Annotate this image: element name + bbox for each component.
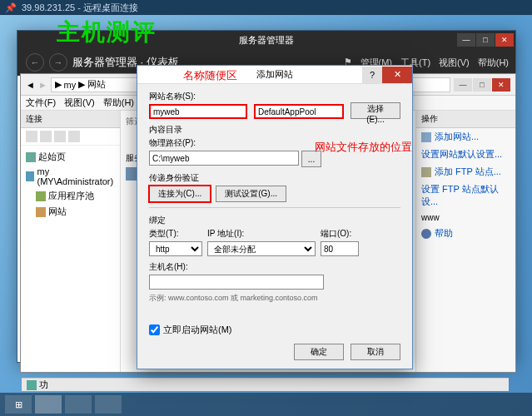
binding-header: 绑定 [149,215,400,226]
menu-view[interactable]: 视图(V) [439,57,470,69]
status-icon [27,380,37,390]
rdp-titlebar: 📌 39.98.231.25 - 远程桌面连接 [0,0,532,15]
add-website-dialog: 添加网站 ? ✕ 网站名称(S): 选择(E)... 内容目录 物理路径(P):… [137,65,413,369]
menu-view[interactable]: 视图(V) [64,97,95,109]
globe-icon [421,132,431,142]
physical-path-input[interactable] [149,151,299,166]
example-text: 示例: www.contoso.com 或 marketing.contoso.… [149,293,400,304]
tb-icon[interactable] [26,131,37,142]
hostname-input[interactable] [149,275,324,290]
type-label: 类型(T): [149,228,202,240]
close-button[interactable]: ✕ [495,33,514,47]
site-name-input[interactable] [149,104,247,119]
nav-back-icon[interactable]: ◄ [26,80,35,90]
type-select[interactable]: http [149,241,202,256]
pool-icon [36,191,46,201]
menu-help[interactable]: 帮助(H) [103,97,134,109]
browse-button[interactable]: ... [301,151,321,167]
cancel-button[interactable]: 取消 [351,344,400,360]
folder-icon [36,207,46,217]
nav-fwd-icon[interactable]: ► [38,80,47,90]
www-text: www [416,210,515,225]
start-immediately-label: 立即启动网站(M) [163,324,232,336]
tree-apppools[interactable]: 应用程序池 [24,188,117,204]
help-icon [421,229,431,239]
action-set-default[interactable]: 设置网站默认设置... [416,146,515,163]
content-dir-label: 内容目录 [149,124,400,136]
ftp-icon [421,167,431,177]
action-add-ftp[interactable]: 添加 FTP 站点... [416,163,515,181]
app-pool-field [254,104,344,119]
site-name-label: 网站名称(S): [149,91,249,102]
taskbar-item[interactable] [95,395,122,414]
connections-header: 连接 [21,111,120,128]
port-label: 端口(O): [321,228,359,240]
tb-icon[interactable] [54,131,66,142]
home-icon [26,152,36,162]
minimize-button[interactable]: — [457,33,475,47]
actions-header: 操作 [416,111,515,128]
connect-as-button[interactable]: 连接为(C)... [149,186,211,202]
ok-button[interactable]: 确定 [294,344,344,360]
ip-select[interactable]: 全部未分配 [207,241,316,256]
connections-toolbar [21,128,120,146]
sm-title: 服务器管理器 [239,34,294,47]
minimize-button[interactable]: — [454,78,472,92]
menu-help[interactable]: 帮助(H) [478,57,509,69]
host-label: 主机名(H): [149,261,400,273]
status-text: 功 [39,379,48,391]
nav-back-icon[interactable]: ← [26,53,44,72]
taskbar-item[interactable] [65,395,92,414]
dialog-titlebar: 添加网站 ? ✕ [137,66,412,84]
tree-start-page[interactable]: 起始页 [24,149,117,165]
maximize-button[interactable]: □ [476,33,495,47]
tree-server[interactable]: my (MY\Administrator) [24,165,117,188]
tb-icon[interactable] [40,131,52,142]
help-button[interactable]: ? [362,67,382,83]
phys-path-label: 物理路径(P): [149,137,400,149]
pin-icon: 📌 [5,2,17,13]
server-icon [26,171,34,181]
tree-sites[interactable]: 网站 [24,204,117,220]
rdp-title: 39.98.231.25 - 远程桌面连接 [22,2,138,14]
taskbar-item[interactable] [35,395,62,414]
close-button[interactable]: ✕ [382,67,412,83]
statusbar: 功 [22,378,509,391]
dialog-title: 添加网站 [256,68,293,81]
taskbar: ⊞ [0,393,532,416]
select-pool-button[interactable]: 选择(E)... [351,102,400,119]
action-add-website[interactable]: 添加网站... [416,128,515,146]
test-settings-button[interactable]: 测试设置(G)... [216,186,286,202]
close-button[interactable]: ✕ [492,78,510,92]
start-immediately-checkbox[interactable] [149,324,160,335]
connections-panel: 连接 起始页 my (MY\Administrator) 应用程序池 网站 [21,111,121,372]
nav-fwd-icon[interactable]: → [49,53,67,72]
sm-titlebar: 服务器管理器 — □ ✕ [17,31,515,49]
port-input[interactable] [321,241,359,256]
maximize-button[interactable]: □ [473,78,491,92]
menu-file[interactable]: 文件(F) [26,97,56,109]
ip-label: IP 地址(I): [207,228,316,240]
passthru-label: 传递身份验证 [149,172,400,184]
start-button[interactable]: ⊞ [5,395,32,414]
actions-panel: 操作 添加网站... 设置网站默认设置... 添加 FTP 站点... 设置 F… [415,111,515,372]
tb-icon[interactable] [68,131,80,142]
action-help[interactable]: 帮助 [416,225,515,242]
action-set-ftp-default[interactable]: 设置 FTP 站点默认设... [416,181,515,210]
